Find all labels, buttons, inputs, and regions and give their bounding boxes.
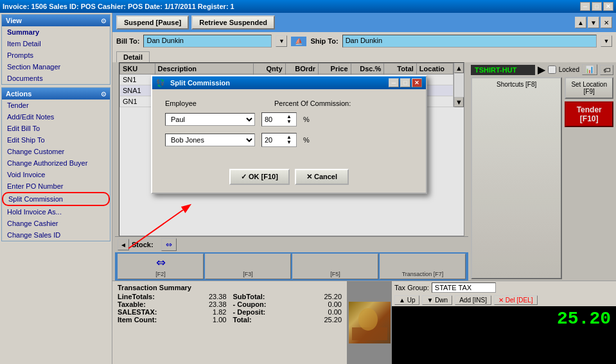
- sidebar-item-enter-po-number[interactable]: Enter PO Number: [2, 180, 110, 192]
- total-label: Total:: [233, 316, 252, 324]
- employee-header-label: Employee: [165, 100, 197, 107]
- view-collapse-icon[interactable]: ⊙: [101, 17, 106, 24]
- employee1-percent-spinner: 80 ▲ ▼: [261, 112, 297, 126]
- ship-to-label: Ship To:: [310, 37, 338, 45]
- line-totals-label: LineTotals:: [118, 293, 155, 300]
- sidebar-item-tender[interactable]: Tender: [2, 100, 110, 111]
- tax-group-label: Tax Group:: [394, 284, 429, 291]
- subtotal-value: 25.20: [324, 293, 342, 300]
- split-commission-dialog: 💱 Split Commission ─ □ ✕ Employee: [151, 75, 427, 194]
- employee2-dropdown[interactable]: Bob Jones: [165, 134, 255, 146]
- modal-title-bar: 💱 Split Commission ─ □ ✕: [152, 76, 426, 89]
- bill-to-dropdown[interactable]: ▼: [276, 35, 287, 47]
- tab-bar: Detail: [112, 50, 616, 62]
- employee1-percent-down[interactable]: ▼: [285, 119, 294, 125]
- ship-to-icon: ⛵: [291, 37, 306, 46]
- modal-minimize-button[interactable]: ─: [389, 78, 399, 87]
- maximize-button[interactable]: □: [592, 2, 602, 11]
- sidebar-item-documents[interactable]: Documents: [2, 73, 110, 84]
- tax-group-input[interactable]: [432, 282, 496, 293]
- app-title: Invoice: 1506 Sales ID: POS Cashier: POS…: [3, 3, 234, 10]
- address-bar: Bill To: Dan Dunkin ▼ ⛵ Ship To: Dan Dun…: [112, 32, 616, 50]
- salestax-row: SALESTAX: 1.82: [118, 308, 227, 316]
- employee2-percent-spinner: 20 ▲ ▼: [261, 133, 297, 147]
- modal-title: Split Commission: [170, 79, 230, 87]
- toolbar: Suspend [Pause] Retrieve Suspended ▲ ▼ ✕: [112, 13, 616, 32]
- suspend-button[interactable]: Suspend [Pause]: [116, 15, 189, 30]
- percent-column-header: Percent Of Commission:: [274, 100, 351, 107]
- sidebar-item-change-sales-id[interactable]: Change Sales ID: [2, 229, 110, 241]
- deposit-label: - Deposit:: [233, 308, 266, 316]
- ship-to-input[interactable]: Dan Dunkin: [342, 35, 597, 48]
- item-count-row: Item Count: 1.00: [118, 316, 227, 324]
- salestax-value: 1.82: [213, 308, 226, 316]
- sidebar-item-item-detail[interactable]: Item Detail: [2, 38, 110, 49]
- scroll-up-button[interactable]: ▲: [575, 17, 586, 28]
- toolbar-left: Suspend [Pause] Retrieve Suspended: [116, 15, 275, 30]
- view-section: View ⊙ Summary Item Detail Prompts Secti…: [1, 14, 110, 85]
- sidebar-item-edit-bill-to[interactable]: Edit Bill To: [2, 123, 110, 134]
- line-totals-row: LineTotals: 23.38: [118, 293, 227, 300]
- tax-row: Tax Group:: [392, 281, 616, 294]
- modal-close-button[interactable]: ✕: [412, 78, 422, 87]
- modal-title-buttons: ─ □ ✕: [389, 78, 422, 87]
- minimize-button[interactable]: ─: [580, 2, 590, 11]
- ship-to-dropdown[interactable]: ▼: [601, 35, 612, 47]
- employee2-row: Bob Jones 20 ▲ ▼ %: [165, 133, 413, 147]
- content-area: Suspend [Pause] Retrieve Suspended ▲ ▼ ✕…: [112, 13, 616, 364]
- actions-collapse-icon[interactable]: ⊙: [101, 91, 106, 98]
- salestax-label: SALESTAX:: [118, 308, 157, 316]
- modal-cancel-button[interactable]: ✕ Cancel: [295, 169, 349, 185]
- sidebar-item-change-authorized-buyer[interactable]: Change Authorized Buyer: [2, 157, 110, 169]
- total-amount-display: 25.20: [392, 306, 616, 364]
- percent-header-label: Percent Of Commission:: [274, 100, 351, 107]
- retrieve-suspended-button[interactable]: Retrieve Suspended: [191, 15, 275, 30]
- employee2-percent-down[interactable]: ▼: [285, 140, 294, 145]
- summary-grid: LineTotals: 23.38 Taxable: 23.38 SALESTA…: [118, 293, 342, 324]
- thumbnail-area: [347, 281, 392, 364]
- percent-symbol2: %: [303, 136, 310, 144]
- taxable-value: 23.38: [209, 300, 227, 308]
- sidebar-item-add-edit-notes[interactable]: Add/Edit Notes: [2, 111, 110, 123]
- employee1-dropdown[interactable]: Paul: [165, 113, 255, 126]
- sidebar-item-summary[interactable]: Summary: [2, 26, 110, 38]
- coupon-label: - Coupon:: [233, 300, 267, 308]
- actions-section-header: Actions ⊙: [2, 88, 110, 100]
- sidebar-item-split-commission[interactable]: Split Commission: [2, 192, 110, 206]
- coupon-row: - Coupon: 0.00: [233, 300, 342, 308]
- modal-ok-button[interactable]: ✓ OK [F10]: [229, 169, 290, 185]
- del-button[interactable]: ✕ Del [DEL]: [494, 295, 538, 305]
- sidebar-item-change-customer[interactable]: Change Customer: [2, 146, 110, 157]
- actions-header-label: Actions: [6, 90, 31, 98]
- close-toolbar-button[interactable]: ✕: [601, 17, 612, 28]
- title-bar: Invoice: 1506 Sales ID: POS Cashier: POS…: [0, 0, 616, 13]
- deposit-value: 0.00: [328, 308, 342, 316]
- modal-maximize-button[interactable]: □: [400, 78, 410, 87]
- up-button[interactable]: ▲ Up: [394, 295, 419, 305]
- actions-section: Actions ⊙ Tender Add/Edit Notes Edit Bil…: [1, 87, 110, 241]
- svg-line-1: [128, 210, 183, 248]
- down-button[interactable]: ▼ Dwn: [422, 295, 452, 305]
- summary-panel: Transaction Summary LineTotals: 23.38 Ta…: [112, 281, 347, 364]
- sidebar-item-change-cashier[interactable]: Change Cashier: [2, 218, 110, 229]
- employee2-percent-value: 20: [265, 136, 285, 144]
- total-row: Total: 25.20: [233, 316, 342, 324]
- sidebar-item-void-invoice[interactable]: Void Invoice: [2, 169, 110, 180]
- modal-footer: ✓ OK [F10] ✕ Cancel: [152, 164, 426, 193]
- sidebar-item-section-manager[interactable]: Section Manager: [2, 61, 110, 73]
- tab-detail[interactable]: Detail: [116, 51, 150, 62]
- scroll-down-button[interactable]: ▼: [588, 17, 599, 28]
- transaction-summary-title: Transaction Summary: [118, 284, 342, 291]
- sidebar: View ⊙ Summary Item Detail Prompts Secti…: [0, 13, 112, 364]
- bill-to-input[interactable]: Dan Dunkin: [143, 35, 272, 48]
- sidebar-item-hold-invoice[interactable]: Hold Invoice As...: [2, 206, 110, 218]
- employee-column-header: Employee: [165, 100, 261, 107]
- bottom-area: Transaction Summary LineTotals: 23.38 Ta…: [112, 281, 616, 364]
- bill-to-label: Bill To:: [116, 37, 139, 45]
- sidebar-item-prompts[interactable]: Prompts: [2, 49, 110, 61]
- subtotal-label: SubTotal:: [233, 293, 265, 300]
- right-bottom-panel: Tax Group: ▲ Up ▼ Dwn Add [INS] ✕ Del [D…: [392, 281, 616, 364]
- close-button[interactable]: ✕: [603, 2, 613, 11]
- sidebar-item-edit-ship-to[interactable]: Edit Ship To: [2, 134, 110, 146]
- add-button[interactable]: Add [INS]: [455, 295, 491, 305]
